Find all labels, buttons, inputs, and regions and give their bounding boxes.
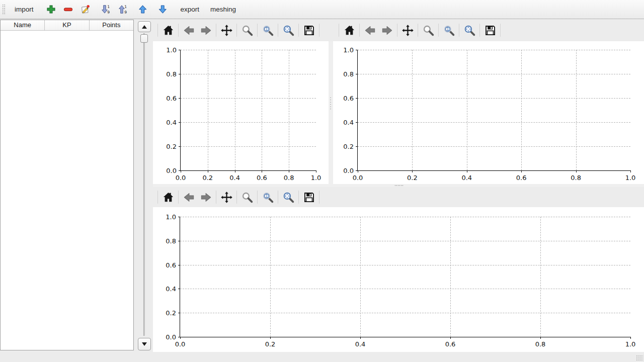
y-tick-mark <box>179 170 181 171</box>
back-arrow-icon <box>364 24 376 37</box>
back-button[interactable] <box>180 22 197 39</box>
zoom-original-button[interactable] <box>259 22 276 39</box>
y-tick-mark <box>356 50 358 50</box>
plot-canvas-bottom[interactable]: 0.00.20.40.60.81.00.00.20.40.60.81.0 <box>153 207 644 352</box>
x-tick-label: 0.2 <box>265 340 276 348</box>
pan-button[interactable] <box>218 189 235 206</box>
home-button[interactable] <box>341 22 358 39</box>
gridline-horizontal <box>180 217 630 217</box>
forward-button[interactable] <box>197 22 214 39</box>
zoom-original-button[interactable] <box>259 189 276 206</box>
y-tick-mark <box>178 313 180 313</box>
window-resize-grip-icon[interactable] <box>636 355 643 361</box>
x-tick-label: 1.0 <box>625 174 636 182</box>
y-tick-label: 0.0 <box>166 333 176 341</box>
home-button[interactable] <box>159 189 177 206</box>
x-tick-label: 0.8 <box>571 174 581 182</box>
plot-canvas-top-left[interactable]: 0.00.20.40.60.81.00.00.20.40.60.81.0 <box>153 41 329 184</box>
x-tick-mark <box>289 170 289 172</box>
home-button[interactable] <box>159 22 177 39</box>
zoom-original-button[interactable] <box>440 22 457 39</box>
toolbar-drag-handle[interactable] <box>2 4 6 15</box>
gridline-horizontal <box>181 50 316 50</box>
zoom-rect-button[interactable] <box>238 189 256 206</box>
forward-button[interactable] <box>378 22 395 39</box>
gridline-horizontal <box>358 146 630 147</box>
save-figure-button[interactable] <box>481 22 499 39</box>
x-tick-label: 0.6 <box>257 174 267 182</box>
sort-descending-icon <box>101 5 110 14</box>
x-tick-mark <box>360 337 361 339</box>
scroll-down-button[interactable] <box>138 338 151 350</box>
remove-button[interactable] <box>61 3 75 17</box>
column-header-points[interactable]: Points <box>90 20 133 30</box>
y-tick-mark <box>179 50 181 50</box>
y-tick-mark <box>179 146 181 147</box>
y-tick-mark <box>179 74 181 74</box>
back-arrow-icon <box>183 191 195 204</box>
gridline-horizontal <box>180 313 630 313</box>
back-button[interactable] <box>361 22 378 39</box>
zoom-fit-button[interactable] <box>461 22 478 39</box>
gridline-vertical <box>540 217 541 337</box>
scrollbar-track[interactable] <box>143 33 145 336</box>
y-tick-label: 0.6 <box>343 95 354 102</box>
menubar: import export meshing <box>0 0 644 19</box>
move-up-button[interactable] <box>136 3 150 17</box>
zoom-rect-button[interactable] <box>420 22 437 39</box>
sort-descending-button[interactable] <box>99 3 113 17</box>
zoom-fit-button[interactable] <box>280 22 297 39</box>
y-tick-mark <box>179 122 181 123</box>
x-tick-label: 1.0 <box>625 340 636 348</box>
pan-button[interactable] <box>218 22 235 39</box>
menu-import[interactable]: import <box>11 3 38 16</box>
magnifier-fit-icon <box>463 24 476 37</box>
gridline-horizontal <box>180 241 630 241</box>
scroll-up-button[interactable] <box>138 21 151 32</box>
minus-icon <box>63 5 73 14</box>
sort-ascending-button[interactable] <box>116 3 130 17</box>
plot-canvas-top-right[interactable]: 0.00.20.40.60.81.00.00.20.40.60.81.0 <box>333 41 644 184</box>
plot-area: 0.00.20.40.60.81.00.00.20.40.60.81.0 <box>180 50 316 171</box>
x-tick-label: 0.4 <box>229 174 240 182</box>
plots-region: 0.00.20.40.60.81.00.00.20.40.60.81.0 0.0… <box>153 19 644 362</box>
edit-button[interactable] <box>78 3 93 17</box>
menu-export[interactable]: export <box>177 3 204 16</box>
x-tick-mark <box>235 170 235 172</box>
zoom-fit-button[interactable] <box>280 189 297 206</box>
save-figure-button[interactable] <box>300 189 317 206</box>
magnifier-1-icon <box>443 24 455 37</box>
y-tick-mark <box>356 74 358 74</box>
x-tick-label: 0.0 <box>176 174 186 182</box>
gridline-vertical <box>289 50 289 170</box>
save-figure-button[interactable] <box>300 22 317 39</box>
move-down-button[interactable] <box>156 3 170 17</box>
gridline-vertical <box>360 217 361 337</box>
forward-button[interactable] <box>197 189 214 206</box>
x-tick-label: 0.8 <box>535 340 546 348</box>
vertical-sash[interactable] <box>329 41 333 184</box>
plot-area: 0.00.20.40.60.81.00.00.20.40.60.81.0 <box>357 50 630 171</box>
column-header-name[interactable]: Name <box>1 20 45 30</box>
pan-button[interactable] <box>399 22 416 39</box>
x-tick-label: 0.2 <box>202 174 213 182</box>
magnifier-icon <box>422 24 435 37</box>
table-header: Name KP Points <box>1 20 133 31</box>
back-button[interactable] <box>180 189 197 206</box>
gridline-vertical <box>412 50 413 170</box>
pan-icon <box>220 24 233 37</box>
forward-arrow-icon <box>200 191 212 204</box>
pan-icon <box>401 24 414 37</box>
scrollbar-thumb[interactable] <box>140 34 148 43</box>
forward-arrow-icon <box>381 24 393 37</box>
x-tick-mark <box>576 170 577 172</box>
column-header-kp[interactable]: KP <box>45 20 89 30</box>
zoom-rect-button[interactable] <box>238 22 256 39</box>
y-tick-label: 0.6 <box>166 95 177 102</box>
y-tick-label: 0.4 <box>166 119 177 126</box>
x-tick-mark <box>208 170 208 172</box>
menu-meshing[interactable]: meshing <box>206 3 240 16</box>
table-body-empty[interactable] <box>1 31 133 350</box>
gridline-horizontal <box>181 98 316 99</box>
add-button[interactable] <box>44 3 58 17</box>
